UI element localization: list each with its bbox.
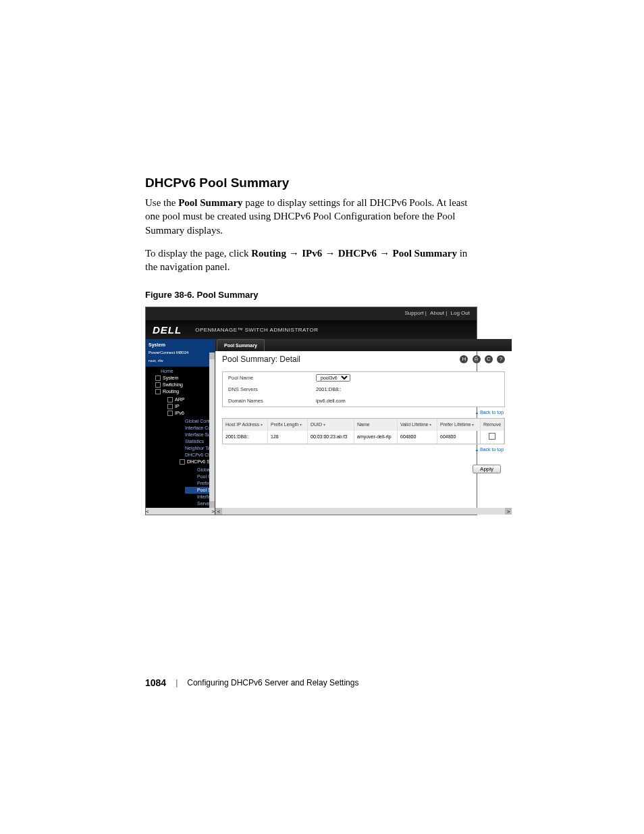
app-name: OPENMANAGE™ SWITCH ADMINISTRATOR	[195, 326, 318, 334]
dell-logo: DELL	[153, 326, 182, 334]
pool-name-label: Pool Name	[228, 374, 316, 382]
para2-b1: Routing	[251, 248, 286, 259]
page-number: 1084	[145, 677, 166, 688]
col-prefer[interactable]: Prefer Lifetime	[437, 419, 481, 431]
content-title-row: Pool Summary: Detail H ⎙ C ?	[215, 351, 512, 366]
nav-ip-label: IP	[175, 404, 180, 409]
support-link[interactable]: Support	[405, 310, 424, 316]
nav-system[interactable]: System	[149, 375, 215, 382]
cell-valid: 604800	[398, 431, 437, 444]
nav-ipv6-label: IPv6	[175, 411, 184, 415]
apply-button[interactable]: Apply	[473, 465, 501, 473]
para2-b3: DHCPv6	[338, 248, 377, 259]
field-domain-names: Domain Names ipv6.dell.com	[223, 395, 504, 407]
back-to-top-link[interactable]: Back to top	[475, 410, 504, 415]
figure-caption: Figure 38-6. Pool Summary	[145, 290, 482, 300]
cell-prefix: 128	[268, 431, 308, 444]
print-icon[interactable]: ⎙	[473, 355, 481, 363]
nav-system-label: System	[163, 375, 178, 380]
section-heading: DHCPv6 Pool Summary	[145, 176, 482, 190]
arrow-icon: →	[322, 247, 338, 259]
field-dns-servers: DNS Servers 2001:DB8::	[223, 384, 504, 395]
nav-ipv6[interactable]: IPv6 Global Configur Interface Configu I…	[161, 410, 215, 515]
col-remove: Remove	[481, 419, 504, 431]
domain-names-label: Domain Names	[228, 397, 316, 405]
para1-pre: Use the	[145, 197, 178, 208]
remove-checkbox[interactable]	[489, 433, 495, 440]
cell-host-ip: 2001:DB8::	[223, 431, 268, 444]
para2-pre: To display the page, click	[145, 248, 251, 259]
logout-link[interactable]: Log Out	[451, 310, 470, 316]
detail-panel: Pool Name pool3v6 DNS Servers 2001:DB8::…	[222, 371, 505, 407]
nav-tree[interactable]: System PowerConnect M8024 root, r/w Home…	[146, 339, 215, 515]
arrow-icon: →	[377, 247, 392, 259]
bindings-table: Host IP Address Prefix Length DUID Name …	[222, 418, 505, 444]
nav-ipv6-global[interactable]: Global Configur	[173, 418, 215, 425]
top-links-bar: Support | About | Log Out	[146, 307, 477, 320]
dns-servers-value: 2001:DB8::	[316, 386, 499, 393]
table-header: Host IP Address Prefix Length DUID Name …	[223, 419, 504, 431]
field-pool-name: Pool Name pool3v6	[223, 372, 504, 384]
dns-servers-label: DNS Servers	[228, 386, 316, 393]
col-duid[interactable]: DUID	[308, 419, 354, 431]
nav-home[interactable]: Home	[149, 368, 215, 375]
about-link[interactable]: About	[430, 310, 444, 316]
main-panel: Pool Summary Pool Summary: Detail H ⎙ C …	[215, 339, 512, 515]
back-to-top-link-2[interactable]: Back to top	[475, 447, 504, 452]
section-para-1: Use the Pool Summary page to display set…	[145, 196, 482, 237]
col-name[interactable]: Name	[354, 419, 398, 431]
nav-routing[interactable]: Routing ARP IP IPv6 Global Configur Inte…	[149, 388, 215, 515]
para1-bold: Pool Summary	[178, 197, 242, 208]
para2-b2: IPv6	[302, 248, 322, 259]
nav-header-sub1: PowerConnect M8024	[149, 349, 212, 357]
nav-horizontal-scrollbar[interactable]: <>	[146, 508, 215, 515]
screenshot: Support | About | Log Out DELL OPENMANAG…	[145, 307, 477, 515]
cell-duid: 00:03:00:23:ab:f3	[308, 431, 354, 444]
cell-prefer: 604800	[437, 431, 481, 444]
nav-arp-label: ARP	[175, 397, 184, 402]
col-valid[interactable]: Valid Lifetime	[398, 419, 437, 431]
table-row: 2001:DB8:: 128 00:03:00:23:ab:f3 amyover…	[223, 431, 504, 444]
col-host-ip[interactable]: Host IP Address	[223, 419, 268, 431]
tab-row: Pool Summary	[215, 339, 512, 351]
nav-ip[interactable]: IP	[161, 403, 215, 410]
content-title: Pool Summary: Detail	[222, 356, 300, 363]
nav-header-sub2: root, r/w	[149, 357, 212, 365]
refresh-icon[interactable]: C	[485, 355, 493, 363]
section-para-2: To display the page, click Routing → IPv…	[145, 246, 482, 274]
nav-dhcpv6-server[interactable]: DHCPv6 Server Global Conf Pool Config Pr…	[173, 459, 215, 514]
footer-chapter-title: Configuring DHCPv6 Server and Relay Sett…	[187, 678, 358, 687]
footer-separator: |	[176, 678, 178, 687]
nav-ipv6-stats[interactable]: Statistics	[173, 438, 215, 445]
nav-header: System PowerConnect M8024 root, r/w	[146, 339, 215, 367]
save-icon[interactable]: H	[460, 355, 468, 363]
col-prefix[interactable]: Prefix Length	[268, 419, 308, 431]
page-footer: 1084 | Configuring DHCPv6 Server and Rel…	[145, 677, 482, 688]
nav-ipv6-neigh[interactable]: Neighbor Table	[173, 445, 215, 452]
tab-pool-summary[interactable]: Pool Summary	[217, 339, 265, 351]
domain-names-value: ipv6.dell.com	[316, 397, 499, 405]
nav-ipv6-dhcp-cli[interactable]: DHCPv6 Client L	[173, 452, 215, 459]
nav-switching-label: Switching	[163, 382, 183, 387]
nav-arp[interactable]: ARP	[161, 396, 215, 403]
help-icon[interactable]: ?	[497, 355, 505, 363]
nav-ipv6-ifsumm[interactable]: Interface Summa	[173, 432, 215, 438]
app-banner: DELL OPENMANAGE™ SWITCH ADMINISTRATOR	[146, 320, 477, 339]
para2-b4: Pool Summary	[392, 248, 456, 259]
main-horizontal-scrollbar[interactable]: <>	[215, 508, 512, 515]
nav-ipv6-ifconf[interactable]: Interface Configu	[173, 425, 215, 432]
arrow-icon: →	[286, 247, 302, 259]
nav-header-title: System	[149, 342, 165, 347]
nav-vertical-scrollbar[interactable]	[209, 353, 215, 508]
cell-name: amyover-dell-rtp	[354, 431, 398, 444]
nav-switching[interactable]: Switching	[149, 382, 215, 388]
nav-routing-label: Routing	[163, 389, 179, 394]
pool-name-select[interactable]: pool3v6	[316, 374, 350, 382]
